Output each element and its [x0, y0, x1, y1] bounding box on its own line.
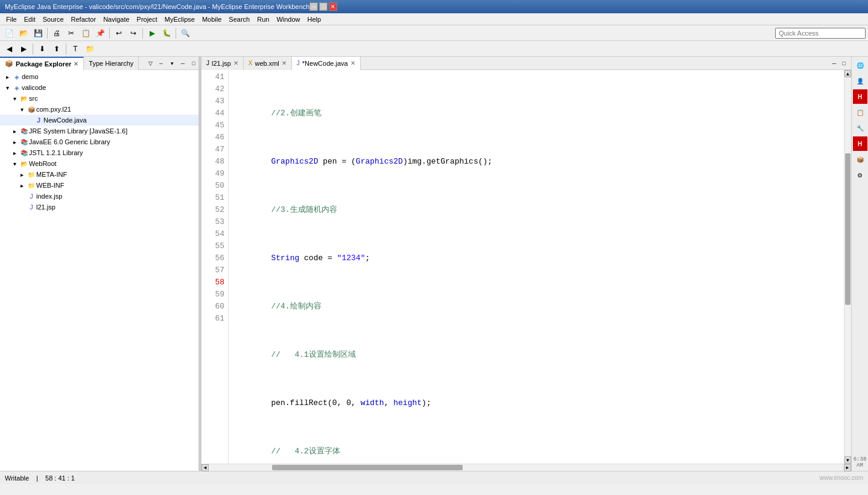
tree-index-jsp[interactable]: J index.jsp [0, 191, 198, 202]
open-resource-button[interactable]: 📁 [83, 42, 97, 56]
sidebar-btn-7[interactable]: 📦 [853, 152, 867, 167]
tab-close-web-xml[interactable]: ✕ [282, 60, 287, 66]
separator-4 [176, 28, 176, 39]
tree-valicode[interactable]: ▾ ◈ valicode [0, 82, 198, 93]
tree-webroot[interactable]: ▾ 📂 WebRoot [0, 158, 198, 169]
menu-edit[interactable]: Edit [21, 13, 39, 25]
tree-arrow-jstl: ▸ [10, 148, 19, 158]
forward-button[interactable]: ▶ [17, 42, 30, 56]
scroll-track[interactable] [844, 77, 851, 456]
tab-close-newcode-java[interactable]: ✕ [350, 60, 355, 66]
debug-button[interactable]: 🐛 [160, 27, 173, 40]
menu-navigate[interactable]: Navigate [100, 13, 133, 25]
cut-button[interactable]: ✂ [65, 27, 78, 40]
menu-mobile[interactable]: Mobile [198, 13, 225, 25]
search-button[interactable]: 🔍 [179, 27, 192, 40]
menu-run[interactable]: Run [253, 13, 273, 25]
menu-source[interactable]: Source [39, 13, 68, 25]
tree-label-jstl: JSTL 1.2.1 Library [29, 149, 198, 156]
open-button[interactable]: 📂 [17, 27, 30, 40]
tree-meta-inf[interactable]: ▸ 📁 META-INF [0, 169, 198, 180]
link-with-editor-button[interactable]: ↔ [156, 59, 166, 68]
project-icon-valicode: ◈ [12, 83, 22, 92]
menu-window[interactable]: Window [273, 13, 303, 25]
sidebar-btn-5[interactable]: 🔧 [853, 121, 867, 135]
back-button[interactable]: ◀ [2, 42, 16, 56]
undo-button[interactable]: ↩ [112, 27, 125, 40]
tree-web-inf[interactable]: ▸ 📁 WEB-INF [0, 180, 198, 191]
scroll-down-button[interactable]: ▼ [844, 456, 851, 464]
sidebar-btn-1[interactable]: 🌐 [853, 58, 867, 72]
prev-annotation-button[interactable]: ⬆ [50, 42, 63, 56]
folder-icon-meta: 📁 [27, 170, 36, 179]
tab-web-xml[interactable]: X web.xml ✕ [244, 57, 292, 70]
maximize-panel-button[interactable]: □ [189, 59, 198, 68]
package-icon-l21: 📦 [27, 104, 36, 114]
sidebar-btn-3[interactable]: H [853, 89, 867, 104]
tree-arrow-jre: ▸ [10, 126, 19, 136]
copy-button[interactable]: 📋 [79, 27, 92, 40]
view-menu-button[interactable]: ▾ [167, 59, 177, 68]
editor-minimize-button[interactable]: ─ [829, 59, 839, 68]
separator-1 [47, 28, 48, 39]
tree-src[interactable]: ▾ 📂 src [0, 93, 198, 104]
tab-close-l21-jsp[interactable]: ✕ [233, 60, 238, 66]
editor-maximize-button[interactable]: □ [839, 59, 849, 68]
tab-l21-jsp[interactable]: J l21.jsp ✕ [201, 57, 244, 70]
scroll-right-button[interactable]: ▶ [844, 464, 851, 471]
sidebar-btn-6[interactable]: H [853, 136, 867, 151]
redo-button[interactable]: ↪ [127, 27, 140, 40]
code-line-47: pen.fillRect(0, 0, width, height); [233, 397, 844, 409]
separator-5 [33, 43, 33, 54]
close-button[interactable]: ✕ [329, 2, 337, 11]
h-scroll-track[interactable] [209, 464, 844, 471]
scroll-left-button[interactable]: ◀ [201, 464, 209, 471]
menu-help[interactable]: Help [304, 13, 325, 25]
scroll-up-button[interactable]: ▲ [844, 70, 851, 77]
save-button[interactable]: 💾 [31, 27, 45, 40]
tree-label-l21: com.pxy.l21 [36, 106, 198, 113]
package-explorer-close[interactable]: ✕ [74, 61, 78, 67]
next-annotation-button[interactable]: ⬇ [36, 42, 49, 56]
tab-newcode-java[interactable]: J *NewCode.java ✕ [292, 57, 361, 70]
code-editor[interactable]: 41 42 43 44 45 46 47 48 49 50 51 52 53 5… [201, 70, 851, 464]
tree-arrow-webinf: ▸ [17, 180, 27, 190]
tree-arrow-webroot: ▾ [10, 159, 19, 168]
tree-package-l21[interactable]: ▾ 📦 com.pxy.l21 [0, 104, 198, 115]
tree-demo[interactable]: ▸ ◈ demo [0, 71, 198, 82]
code-content[interactable]: //2.创建画笔 Graphics2D pen = (Graphics2D)im… [229, 70, 844, 464]
menu-file[interactable]: File [2, 13, 21, 25]
run-button[interactable]: ▶ [145, 27, 159, 40]
maximize-button[interactable]: □ [319, 2, 328, 11]
tree-label-newcode: NewCode.java [43, 117, 198, 124]
minimize-panel-button[interactable]: ─ [178, 59, 188, 68]
type-hierarchy-tab[interactable]: Type Hierarchy [84, 57, 139, 70]
tree-newcode-java[interactable]: J NewCode.java [0, 115, 198, 126]
collapse-all-button[interactable]: ▽ [145, 59, 155, 68]
print-button[interactable]: 🖨 [50, 27, 63, 40]
tree-l21-jsp[interactable]: J l21.jsp [0, 202, 198, 212]
sidebar-btn-2[interactable]: 👤 [853, 74, 867, 88]
horizontal-scrollbar[interactable]: ◀ ▶ [201, 464, 851, 471]
code-line-44: String code = "1234"; [233, 252, 844, 264]
new-button[interactable]: 📄 [2, 27, 16, 40]
menu-refactor[interactable]: Refactor [68, 13, 100, 25]
paste-button[interactable]: 📌 [93, 27, 107, 40]
quick-search-input[interactable] [775, 28, 866, 39]
menu-project[interactable]: Project [133, 13, 161, 25]
menu-search[interactable]: Search [225, 13, 253, 25]
sidebar-btn-8[interactable]: ⚙ [853, 168, 867, 182]
scroll-thumb[interactable] [845, 153, 851, 305]
main-area: 📦 Package Explorer ✕ Type Hierarchy ▽ ↔ … [0, 57, 868, 471]
package-explorer-tab[interactable]: 📦 Package Explorer ✕ [0, 57, 84, 70]
editor-vertical-scrollbar[interactable]: ▲ ▼ [844, 70, 851, 464]
menu-myeclipse[interactable]: MyEclipse [161, 13, 198, 25]
tree-jstl-library[interactable]: ▸ 📚 JSTL 1.2.1 Library [0, 147, 198, 158]
open-type-button[interactable]: T [69, 42, 82, 56]
minimize-button[interactable]: ─ [309, 2, 318, 11]
code-line-46: // 4.1设置绘制区域 [233, 349, 844, 361]
h-scroll-thumb[interactable] [272, 465, 463, 470]
tree-javaee-library[interactable]: ▸ 📚 JavaEE 6.0 Generic Library [0, 136, 198, 147]
sidebar-btn-4[interactable]: 📋 [853, 105, 867, 120]
tree-jre-library[interactable]: ▸ 📚 JRE System Library [JavaSE-1.6] [0, 126, 198, 136]
